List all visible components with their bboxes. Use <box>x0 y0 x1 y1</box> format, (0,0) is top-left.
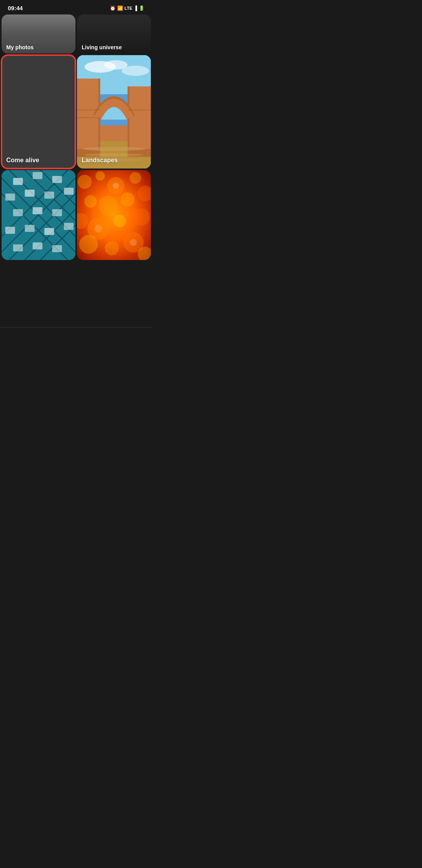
category-come-alive[interactable]: Come alive <box>2 55 75 169</box>
bokeh-image <box>77 170 151 260</box>
category-landscapes[interactable]: Landscapes <box>77 55 151 169</box>
alarm-icon: ⏰ <box>110 5 116 11</box>
svg-rect-34 <box>45 192 54 199</box>
category-my-photos[interactable]: My photos <box>2 14 75 54</box>
status-bar: 09:44 ⏰ 📶 LTE ▐ 🔋 <box>0 0 152 14</box>
svg-point-52 <box>84 195 97 208</box>
middle-row: Come alive <box>0 55 152 169</box>
svg-point-59 <box>79 235 98 254</box>
svg-point-58 <box>133 208 150 226</box>
svg-rect-42 <box>64 223 74 230</box>
lte-label: LTE <box>125 6 132 11</box>
svg-rect-37 <box>33 207 43 214</box>
my-photos-label: My photos <box>6 44 34 50</box>
svg-point-48 <box>96 171 105 181</box>
bottom-nav: Style Wallpaper <box>0 327 152 330</box>
category-architecture[interactable] <box>2 170 75 260</box>
svg-point-60 <box>105 241 119 255</box>
svg-point-64 <box>95 225 102 233</box>
svg-point-63 <box>113 183 119 189</box>
status-time: 09:44 <box>8 5 23 11</box>
svg-rect-40 <box>25 225 35 232</box>
svg-point-65 <box>130 239 137 246</box>
svg-rect-11 <box>130 86 151 149</box>
svg-point-57 <box>114 215 126 227</box>
architecture-image <box>2 170 75 260</box>
svg-rect-32 <box>5 194 15 201</box>
svg-point-47 <box>78 175 92 189</box>
svg-rect-30 <box>33 172 43 179</box>
svg-point-50 <box>130 172 141 184</box>
status-icons: ⏰ 📶 LTE ▐ 🔋 <box>110 5 145 11</box>
come-alive-label: Come alive <box>6 157 39 164</box>
svg-rect-29 <box>13 178 23 185</box>
main-content: My photos Living universe Come alive <box>0 14 152 327</box>
svg-rect-43 <box>13 244 23 251</box>
landscapes-label: Landscapes <box>82 157 118 164</box>
svg-point-16 <box>85 153 143 156</box>
bottom-row <box>0 170 152 260</box>
svg-point-15 <box>83 147 145 151</box>
category-bokeh[interactable] <box>77 170 151 260</box>
svg-point-4 <box>122 66 149 76</box>
living-universe-label: Living universe <box>82 44 122 50</box>
svg-rect-36 <box>13 209 23 216</box>
svg-rect-33 <box>25 190 35 197</box>
wifi-icon: ▐ <box>134 5 137 11</box>
signal-icon: 📶 <box>117 5 123 11</box>
svg-point-54 <box>121 192 135 206</box>
svg-rect-31 <box>52 176 62 183</box>
battery-icon: 🔋 <box>139 5 145 11</box>
svg-rect-44 <box>33 242 43 249</box>
svg-rect-45 <box>52 245 62 252</box>
category-living-universe[interactable]: Living universe <box>77 14 151 54</box>
svg-rect-38 <box>52 209 62 216</box>
landscape-image <box>77 55 151 169</box>
svg-rect-41 <box>45 228 54 235</box>
svg-rect-35 <box>64 188 74 195</box>
top-row: My photos Living universe <box>0 14 152 54</box>
svg-point-53 <box>98 195 118 215</box>
svg-rect-39 <box>5 227 15 234</box>
